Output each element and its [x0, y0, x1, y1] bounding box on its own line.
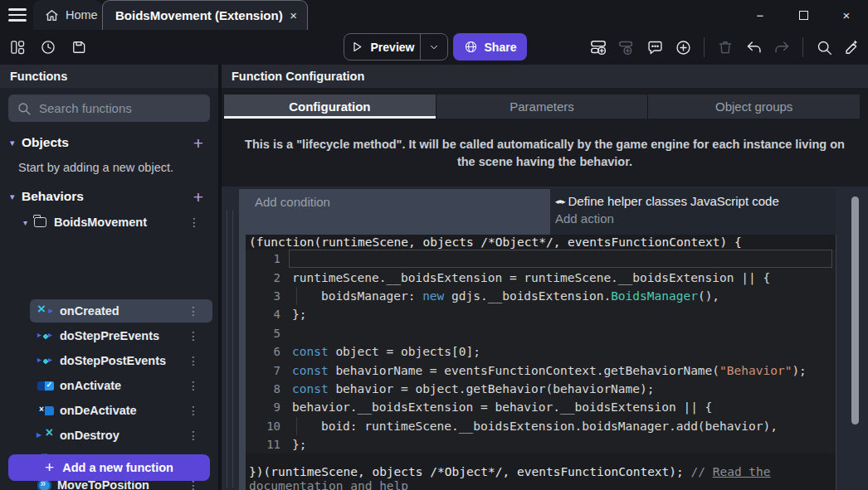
- dostep-icon: [37, 353, 54, 368]
- configuration-tabs: Configuration Parameters Object groups: [224, 95, 860, 119]
- close-button[interactable]: ×: [825, 0, 868, 30]
- add-object-button[interactable]: +: [193, 134, 203, 152]
- redo-icon: [773, 39, 791, 56]
- code-text: const object = objects[0];: [292, 345, 480, 358]
- code-line[interactable]: 3 boidsManager: new gdjs.__boidsExtensio…: [246, 287, 836, 305]
- event-drag-handle[interactable]: [239, 189, 246, 490]
- preview-button[interactable]: Preview: [344, 33, 448, 61]
- code-footer: })(runtimeScene, objects /*Object*/, eve…: [246, 465, 803, 490]
- function-item-onDestroy[interactable]: onDestroy⋮: [30, 424, 212, 447]
- add-behavior-button[interactable]: +: [193, 188, 203, 206]
- behavior-group-row[interactable]: ▾ BoidsMovement ⋮: [0, 211, 218, 234]
- kebab-menu-icon[interactable]: ⋮: [188, 354, 199, 367]
- function-item-onDeActivate[interactable]: onDeActivate⋮: [30, 399, 212, 422]
- choose-event-button[interactable]: [672, 36, 694, 58]
- line-number: 11: [246, 438, 284, 451]
- kebab-menu-icon[interactable]: ⋮: [188, 404, 199, 417]
- history-button[interactable]: [37, 36, 59, 58]
- code-line[interactable]: 10 boid: runtimeScene.__boidsExtension.b…: [246, 417, 836, 435]
- code-line[interactable]: 9behavior.__boidsExtension = behavior.__…: [246, 398, 836, 416]
- tab-parameters[interactable]: Parameters: [436, 95, 648, 119]
- line-number: 2: [246, 271, 284, 284]
- code-line[interactable]: 7const behaviorName = eventsFunctionCont…: [246, 361, 836, 379]
- edit-settings-button[interactable]: [841, 36, 863, 58]
- history-icon: [40, 39, 56, 56]
- objects-section-header[interactable]: ▾ Objects +: [0, 131, 218, 154]
- toolbar-divider: [704, 37, 705, 57]
- panel-title: Function Configuration: [222, 65, 868, 88]
- folder-icon: [34, 217, 46, 227]
- trash-icon: [717, 39, 734, 56]
- code-line[interactable]: 8const behavior = object.getBehavior(beh…: [246, 380, 836, 398]
- kebab-menu-icon[interactable]: ⋮: [188, 429, 199, 442]
- indent-guide: [296, 417, 297, 435]
- kebab-menu-icon[interactable]: ⋮: [188, 379, 199, 392]
- code-line[interactable]: 6const object = objects[0];: [246, 342, 836, 361]
- js-code-event-title[interactable]: ◂●▸ Define helper classes JavaScript cod…: [555, 194, 836, 208]
- code-footer-comment: //: [691, 465, 713, 478]
- add-event-button[interactable]: [588, 36, 609, 58]
- line-number: 5: [246, 327, 284, 340]
- function-item-doStepPostEvents[interactable]: doStepPostEvents⋮: [30, 349, 212, 372]
- titlebar: Home BoidsMovement (Extension) × − ×: [0, 0, 868, 30]
- indent-guide: [296, 287, 297, 305]
- share-button[interactable]: Share: [453, 33, 527, 61]
- tab-extension-label: BoidsMovement (Extension): [115, 8, 283, 22]
- function-item-onCreated[interactable]: onCreated⋮: [30, 299, 212, 323]
- code-line[interactable]: 5: [246, 324, 836, 342]
- save-button[interactable]: [68, 36, 90, 58]
- search-functions-box[interactable]: [8, 95, 210, 122]
- share-label: Share: [485, 41, 517, 54]
- line-number: 1: [246, 252, 284, 265]
- search-functions-input[interactable]: [39, 101, 202, 115]
- add-comment-button[interactable]: [644, 36, 666, 58]
- add-action-link[interactable]: Add action: [555, 211, 836, 226]
- collapse-triangle-icon[interactable]: ▾: [10, 138, 22, 148]
- add-subevent-button[interactable]: [616, 36, 637, 58]
- code-footer-text: })(runtimeScene, objects /*Object*/, eve…: [249, 465, 691, 478]
- search-events-button[interactable]: [813, 36, 835, 58]
- add-condition-cell[interactable]: Add condition: [246, 189, 550, 235]
- save-icon: [71, 39, 87, 56]
- code-line[interactable]: 4};: [246, 305, 836, 323]
- collapse-triangle-icon[interactable]: ▾: [10, 192, 22, 202]
- redo-button[interactable]: [771, 36, 792, 58]
- tab-close-icon[interactable]: ×: [290, 8, 297, 22]
- lifecycle-description: This is a "lifecycle method". It will be…: [222, 136, 868, 171]
- js-event-icon: ◂●▸: [555, 197, 564, 206]
- open-project-manager-button[interactable]: [7, 36, 28, 58]
- kebab-menu-icon[interactable]: ⋮: [188, 304, 199, 318]
- vertical-scrollbar[interactable]: [851, 196, 859, 425]
- tab-extension[interactable]: BoidsMovement (Extension) ×: [102, 0, 308, 30]
- maximize-icon: [799, 11, 808, 20]
- function-item-doStepPreEvents[interactable]: doStepPreEvents⋮: [30, 324, 212, 347]
- home-icon: [45, 8, 59, 22]
- minimize-button[interactable]: −: [739, 0, 782, 30]
- function-label: onDestroy: [60, 429, 119, 442]
- tab-object-groups[interactable]: Object groups: [647, 95, 860, 119]
- kebab-menu-icon[interactable]: ⋮: [188, 329, 199, 342]
- maximize-button[interactable]: [782, 0, 825, 30]
- function-label: onCreated: [60, 304, 119, 318]
- tab-configuration[interactable]: Configuration: [224, 95, 436, 119]
- event-margin-line: [232, 210, 233, 488]
- toggle-on-icon: [37, 381, 54, 391]
- tab-home[interactable]: Home: [33, 0, 102, 30]
- code-editor[interactable]: 12runtimeScene.__boidsExtension = runtim…: [246, 250, 836, 454]
- main-menu-icon[interactable]: [8, 8, 27, 22]
- search-icon: [816, 39, 833, 56]
- line-number: 4: [246, 308, 284, 321]
- preview-dropdown-button[interactable]: [420, 34, 447, 60]
- add-function-button[interactable]: + Add a new function: [8, 454, 210, 481]
- code-line[interactable]: 2runtimeScene.__boidsExtension = runtime…: [246, 268, 836, 286]
- behaviors-section-header[interactable]: ▾ Behaviors +: [0, 185, 218, 208]
- kebab-menu-icon[interactable]: ⋮: [188, 216, 200, 229]
- undo-button[interactable]: [743, 36, 764, 58]
- code-line[interactable]: 11};: [246, 435, 836, 454]
- line-number: 10: [246, 420, 284, 433]
- collapse-triangle-icon[interactable]: ▾: [23, 218, 34, 227]
- circle-plus-icon: [675, 39, 692, 56]
- function-item-onActivate[interactable]: onActivate⋮: [30, 374, 212, 397]
- delete-button[interactable]: [714, 36, 736, 58]
- code-header: (function(runtimeScene, objects /*Object…: [246, 235, 836, 250]
